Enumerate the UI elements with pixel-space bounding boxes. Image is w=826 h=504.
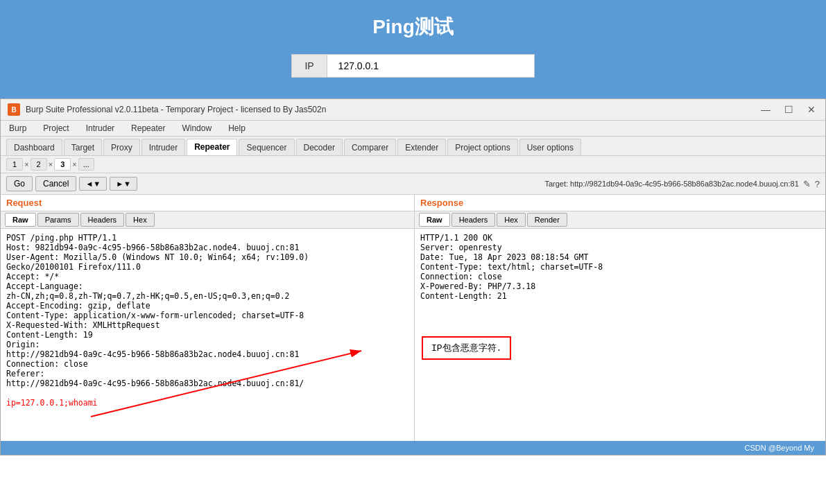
tab-sequencer[interactable]: Sequencer [239, 139, 294, 155]
burp-title-left: B Burp Suite Professional v2.0.11beta - … [8, 103, 326, 116]
tab-decoder[interactable]: Decoder [296, 139, 343, 155]
num-tabs-row: 1 × 2 × 3 × ... [1, 156, 825, 173]
main-tab-bar: Dashboard Target Proxy Intruder Repeater… [1, 137, 825, 156]
tab-comparer[interactable]: Comparer [344, 139, 396, 155]
menu-bar: Burp Project Intruder Repeater Window He… [1, 121, 825, 137]
tab-project-options[interactable]: Project options [447, 139, 517, 155]
tab-dashboard[interactable]: Dashboard [6, 139, 62, 155]
page-title: Ping测试 [0, 14, 826, 40]
response-tab-hex[interactable]: Hex [497, 213, 526, 227]
request-tab-hex[interactable]: Hex [126, 213, 155, 227]
burp-window-controls: — ☐ ✕ [758, 104, 818, 115]
edit-icon[interactable]: ✎ [803, 179, 811, 189]
burp-title-text: Burp Suite Professional v2.0.11beta - Te… [26, 105, 326, 114]
toolbar-left: Go Cancel ◄▼ ►▼ [6, 176, 137, 191]
response-tab-headers[interactable]: Headers [451, 213, 496, 227]
num-tab-more[interactable]: ... [78, 158, 94, 171]
toolbar-right: Target: http://9821db94-0a9c-4c95-b966-5… [544, 179, 820, 189]
response-body-text: HTTP/1.1 200 OK Server: openresty Date: … [420, 233, 820, 301]
close-button[interactable]: ✕ [805, 104, 818, 115]
menu-item-help[interactable]: Help [225, 122, 248, 134]
tab-proxy[interactable]: Proxy [103, 139, 140, 155]
response-body[interactable]: HTTP/1.1 200 OK Server: openresty Date: … [415, 229, 825, 441]
tab-intruder[interactable]: Intruder [141, 139, 185, 155]
toolbar-row: Go Cancel ◄▼ ►▼ Target: http://9821db94-… [1, 173, 825, 195]
bottom-bar-text: CSDN @Beyond My [745, 444, 814, 452]
burp-window: B Burp Suite Professional v2.0.11beta - … [0, 98, 826, 455]
ip-input[interactable] [327, 54, 535, 78]
ip-input-row: IP [0, 54, 826, 78]
response-panel-header: Response [415, 195, 825, 211]
num-tab-3[interactable]: 3 [54, 158, 71, 171]
tab-user-options[interactable]: User options [519, 139, 581, 155]
bottom-bar: CSDN @Beyond My [1, 441, 825, 455]
panels-row: Request Raw Params Headers Hex POST /pin… [1, 195, 825, 441]
menu-item-project[interactable]: Project [40, 122, 71, 134]
menu-item-intruder[interactable]: Intruder [83, 122, 117, 134]
highlight-ip-line: ip=127.0.0.1;whoami [6, 398, 98, 408]
forward-button[interactable]: ►▼ [110, 177, 137, 191]
minimize-button[interactable]: — [758, 104, 773, 115]
request-tab-raw[interactable]: Raw [5, 213, 36, 227]
request-panel-tabs: Raw Params Headers Hex [1, 211, 414, 229]
response-tab-raw[interactable]: Raw [419, 213, 450, 227]
response-panel: Response Raw Headers Hex Render HTTP/1.1… [415, 195, 825, 441]
menu-item-window[interactable]: Window [179, 122, 214, 134]
go-button[interactable]: Go [6, 176, 33, 191]
tab-target[interactable]: Target [64, 139, 102, 155]
request-panel-header: Request [1, 195, 414, 211]
request-tab-headers[interactable]: Headers [80, 213, 125, 227]
response-highlight-box: IP包含恶意字符. [422, 336, 511, 360]
menu-item-burp[interactable]: Burp [6, 122, 29, 134]
maximize-button[interactable]: ☐ [782, 104, 796, 115]
num-tab-1[interactable]: 1 [6, 158, 23, 171]
tab-extender[interactable]: Extender [397, 139, 446, 155]
burp-titlebar: B Burp Suite Professional v2.0.11beta - … [1, 99, 825, 121]
request-body[interactable]: POST /ping.php HTTP/1.1 Host: 9821db94-0… [1, 229, 414, 441]
burp-icon: B [8, 103, 20, 116]
request-panel: Request Raw Params Headers Hex POST /pin… [1, 195, 415, 441]
cancel-button[interactable]: Cancel [35, 176, 76, 191]
num-tab-2[interactable]: 2 [31, 158, 47, 171]
response-tab-render[interactable]: Render [527, 213, 567, 227]
response-panel-tabs: Raw Headers Hex Render [415, 211, 825, 229]
top-section: Ping测试 IP [0, 0, 826, 98]
request-tab-params[interactable]: Params [37, 213, 79, 227]
tab-repeater[interactable]: Repeater [187, 139, 237, 155]
menu-item-repeater[interactable]: Repeater [128, 122, 168, 134]
target-text: Target: http://9821db94-0a9c-4c95-b966-5… [544, 180, 798, 188]
ip-label: IP [291, 54, 326, 78]
back-button[interactable]: ◄▼ [79, 177, 107, 191]
request-body-text: POST /ping.php HTTP/1.1 Host: 9821db94-0… [6, 233, 408, 408]
info-icon[interactable]: ? [815, 179, 820, 189]
